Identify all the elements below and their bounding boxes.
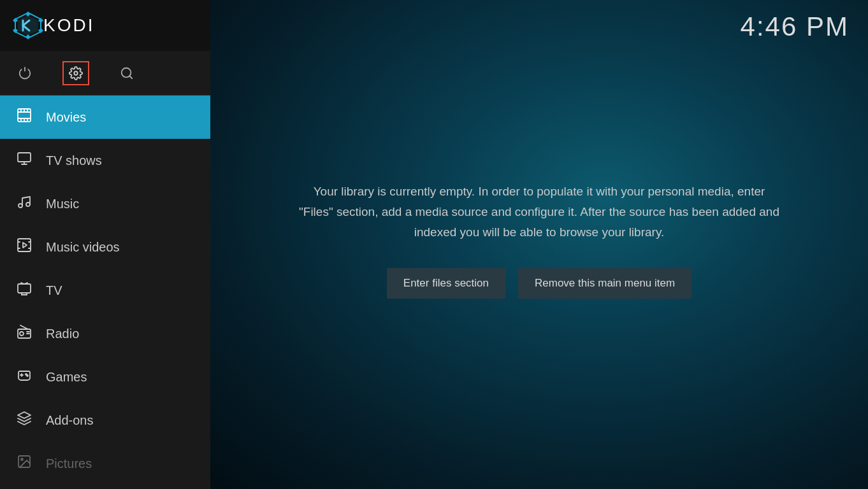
app-title: KODI bbox=[43, 15, 94, 36]
sidebar-item-tvshows[interactable]: TV shows bbox=[0, 139, 210, 182]
main-menu: Movies TV shows Music bbox=[0, 96, 210, 489]
sidebar-item-tv-label: TV bbox=[46, 283, 62, 298]
settings-icon[interactable] bbox=[62, 61, 89, 85]
sidebar-item-radio-label: Radio bbox=[46, 327, 79, 341]
sidebar-item-addons-label: Add-ons bbox=[46, 413, 94, 428]
svg-point-26 bbox=[18, 204, 22, 208]
action-buttons: Enter files section Remove this main men… bbox=[387, 268, 691, 299]
main-content: 4:46 PM Your library is currently empty.… bbox=[210, 0, 868, 489]
svg-rect-23 bbox=[18, 153, 31, 162]
svg-rect-33 bbox=[18, 284, 31, 293]
sidebar-item-games[interactable]: Games bbox=[0, 355, 210, 399]
clock-display: 4:46 PM bbox=[741, 11, 849, 42]
sidebar-item-musicvideos-label: Music videos bbox=[46, 240, 120, 255]
top-bar: 4:46 PM bbox=[210, 0, 868, 42]
sidebar-item-tvshows-label: TV shows bbox=[46, 153, 102, 168]
musicvideos-icon bbox=[15, 237, 33, 257]
tvshows-icon bbox=[15, 151, 33, 170]
kodi-logo-icon bbox=[13, 10, 43, 41]
tv-icon bbox=[15, 281, 33, 300]
music-icon bbox=[15, 194, 33, 213]
svg-point-42 bbox=[27, 375, 28, 376]
sidebar-item-pictures-label: Pictures bbox=[46, 457, 92, 471]
sidebar-item-movies-label: Movies bbox=[46, 110, 86, 125]
sidebar-item-radio[interactable]: Radio bbox=[0, 312, 210, 355]
sidebar-item-musicvideos[interactable]: Music videos bbox=[0, 225, 210, 269]
content-center: Your library is currently empty. In orde… bbox=[210, 42, 868, 489]
addons-icon bbox=[15, 411, 33, 430]
radio-icon bbox=[15, 324, 33, 343]
remove-menu-item-button[interactable]: Remove this main menu item bbox=[518, 268, 691, 299]
svg-point-38 bbox=[20, 332, 24, 336]
sidebar-item-addons[interactable]: Add-ons bbox=[0, 399, 210, 442]
sidebar-item-games-label: Games bbox=[46, 370, 87, 385]
search-icon[interactable] bbox=[120, 66, 134, 80]
power-icon[interactable] bbox=[18, 66, 32, 80]
movies-icon bbox=[15, 108, 33, 127]
sidebar-toolbar bbox=[0, 51, 210, 96]
svg-marker-5 bbox=[25, 11, 31, 17]
svg-marker-1 bbox=[18, 15, 38, 36]
sidebar-item-tv[interactable]: TV bbox=[0, 269, 210, 312]
sidebar-item-pictures[interactable]: Pictures bbox=[0, 442, 210, 485]
games-icon bbox=[15, 367, 33, 386]
svg-point-11 bbox=[74, 71, 78, 75]
svg-point-44 bbox=[21, 458, 23, 460]
sidebar-item-music[interactable]: Music bbox=[0, 182, 210, 225]
sidebar-item-movies[interactable]: Movies bbox=[0, 96, 210, 139]
sidebar-item-music-label: Music bbox=[46, 197, 79, 211]
svg-line-13 bbox=[129, 76, 132, 78]
svg-marker-8 bbox=[25, 34, 31, 39]
svg-rect-28 bbox=[18, 239, 31, 252]
sidebar: KODI bbox=[0, 0, 210, 489]
empty-library-message: Your library is currently empty. In orde… bbox=[297, 181, 781, 243]
enter-files-button[interactable]: Enter files section bbox=[387, 268, 505, 299]
sidebar-header: KODI bbox=[0, 0, 210, 51]
pictures-icon bbox=[15, 454, 33, 473]
